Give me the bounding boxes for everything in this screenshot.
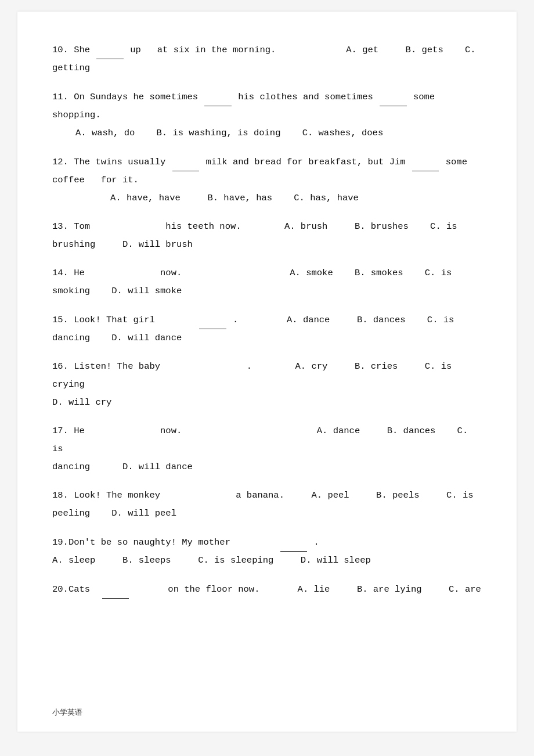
q15-line2: dancing D. will dance [52, 329, 482, 347]
q10-blank [96, 41, 124, 59]
page: 10. She up at six in the morning. A. get… [17, 12, 517, 732]
q19-line1: 19.Don't be so naughty! My mother . [52, 533, 482, 552]
q14-line1: 14. He now. A. smoke B. smokes C. is [52, 264, 482, 282]
q18-line1: 18. Look! The monkey a banana. A. peel B… [52, 487, 482, 505]
q19-blank [280, 533, 308, 552]
question-13: 13. Tom his teeth now. A. brush B. brush… [52, 218, 482, 254]
question-12: 12. The twins usually milk and bread for… [52, 153, 482, 207]
footer-label: 小学英语 [52, 707, 82, 718]
q11-options: A. wash, do B. is washing, is doing C. w… [52, 124, 482, 142]
q12-blank1 [172, 153, 200, 171]
q16-line1: 16. Listen! The baby . A. cry B. cries C… [52, 358, 482, 394]
q11-blank1 [204, 88, 232, 106]
q12-line1: 12. The twins usually milk and bread for… [52, 153, 482, 171]
q10-line2: getting [52, 59, 482, 77]
q15-line1: 15. Look! That girl . A. dance B. dances… [52, 311, 482, 329]
question-18: 18. Look! The monkey a banana. A. peel B… [52, 487, 482, 523]
question-10: 10. She up at six in the morning. A. get… [52, 41, 482, 77]
q17-line1: 17. He now. A. dance B. dances C. is [52, 422, 482, 458]
q13-line1: 13. Tom his teeth now. A. brush B. brush… [52, 218, 482, 236]
question-14: 14. He now. A. smoke B. smokes C. is smo… [52, 264, 482, 300]
q20-blank [102, 580, 129, 599]
q12-line2: coffee for it. [52, 171, 482, 189]
q11-line1: 11. On Sundays he sometimes his clothes … [52, 88, 482, 124]
question-17: 17. He now. A. dance B. dances C. is dan… [52, 422, 482, 476]
question-19: 19.Don't be so naughty! My mother . A. s… [52, 533, 482, 570]
question-15: 15. Look! That girl . A. dance B. dances… [52, 311, 482, 347]
q16-line2: D. will cry [52, 394, 482, 412]
q13-line2: brushing D. will brush [52, 236, 482, 254]
q17-line2: dancing D. will dance [52, 458, 482, 476]
q10-line1: 10. She up at six in the morning. A. get… [52, 41, 482, 59]
q15-blank [199, 311, 226, 329]
q11-blank2 [380, 88, 407, 106]
question-11: 11. On Sundays he sometimes his clothes … [52, 88, 482, 142]
question-20: 20.Cats on the floor now. A. lie B. are … [52, 580, 482, 599]
question-16: 16. Listen! The baby . A. cry B. cries C… [52, 358, 482, 412]
q18-line2: peeling D. will peel [52, 505, 482, 523]
q12-blank2 [412, 153, 439, 171]
q19-options: A. sleep B. sleeps C. is sleeping D. wil… [52, 552, 482, 570]
q20-line1: 20.Cats on the floor now. A. lie B. are … [52, 580, 482, 599]
q12-options: A. have, have B. have, has C. has, have [52, 189, 482, 207]
q14-line2: smoking D. will smoke [52, 282, 482, 300]
